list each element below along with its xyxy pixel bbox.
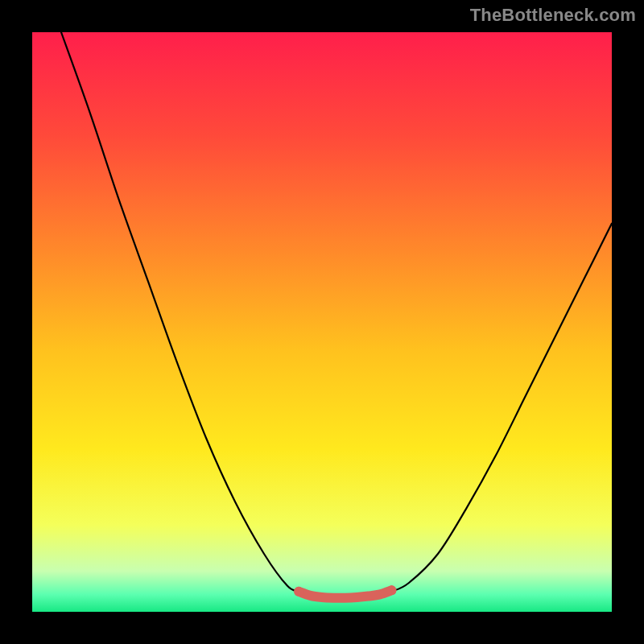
chart-svg	[32, 32, 612, 612]
plot-area	[32, 32, 612, 612]
band-start-cap	[294, 587, 303, 597]
band-end-cap	[386, 585, 396, 595]
chart-frame: TheBottleneck.com	[0, 0, 644, 644]
watermark-text: TheBottleneck.com	[470, 5, 636, 26]
gradient-background	[32, 32, 612, 612]
